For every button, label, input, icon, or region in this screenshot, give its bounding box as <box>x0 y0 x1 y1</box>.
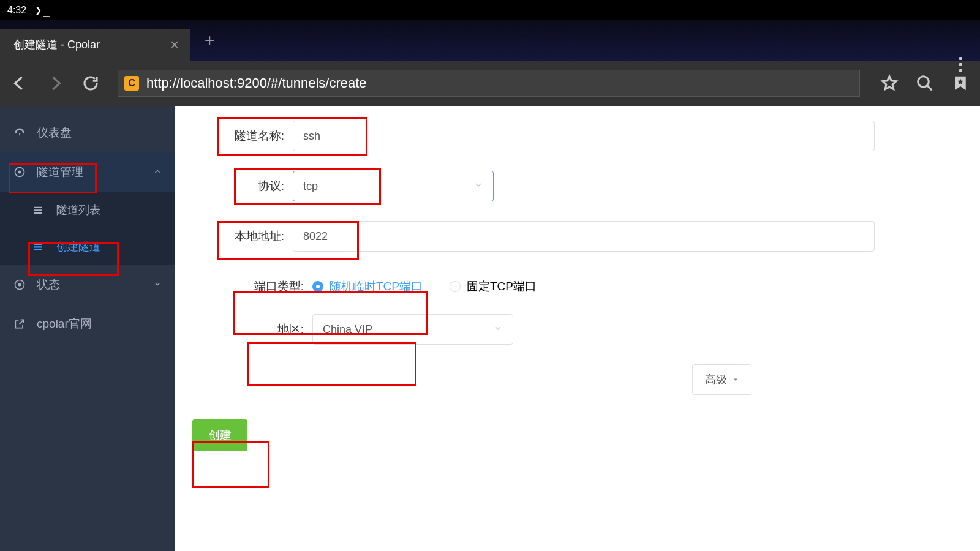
region-select[interactable]: China VIP <box>312 314 513 345</box>
radio-icon <box>312 281 323 292</box>
caret-down-icon <box>732 376 739 383</box>
protocol-label: 协议: <box>192 178 293 194</box>
sidebar-item-label: 仪表盘 <box>37 125 162 141</box>
browser-toolbar: C http://localhost:9200/#/tunnels/create <box>0 61 980 106</box>
list-icon <box>32 204 44 216</box>
chevron-down-icon <box>493 323 503 336</box>
radio-random-port[interactable]: 随机临时TCP端口 <box>312 279 423 294</box>
external-link-icon <box>13 318 26 330</box>
browser-tab-strip: 创建隧道 - Cpolar × + <box>0 20 980 61</box>
create-button[interactable]: 创建 <box>192 419 247 451</box>
site-favicon: C <box>124 76 139 91</box>
star-icon[interactable] <box>878 72 900 94</box>
row-local-addr: 本地地址: <box>192 221 963 252</box>
close-icon[interactable]: × <box>170 36 179 53</box>
svg-rect-4 <box>34 209 42 211</box>
svg-point-10 <box>18 283 21 287</box>
row-tunnel-name: 隧道名称: <box>192 121 963 151</box>
radio-label: 随机临时TCP端口 <box>330 279 423 294</box>
sidebar-item-official-site[interactable]: cpolar官网 <box>0 304 175 343</box>
sidebar-item-dashboard[interactable]: 仪表盘 <box>0 113 175 152</box>
sidebar-item-status[interactable]: 状态 <box>0 265 175 304</box>
terminal-prompt-icon: ❯_ <box>35 4 51 17</box>
target-icon <box>13 279 26 291</box>
sidebar-item-create-tunnel[interactable]: 创建隧道 <box>0 228 175 265</box>
row-advanced: 高级 <box>692 364 963 395</box>
svg-rect-6 <box>34 244 42 245</box>
forward-button <box>44 72 66 94</box>
new-tab-button[interactable]: + <box>190 31 229 50</box>
chevron-up-icon <box>153 165 162 179</box>
sidebar-item-label: 状态 <box>37 277 162 293</box>
svg-point-0 <box>918 77 929 88</box>
sidebar-item-tunnel-list[interactable]: 隧道列表 <box>0 192 175 228</box>
svg-point-2 <box>18 171 21 174</box>
protocol-select[interactable]: tcp <box>293 171 494 201</box>
app-container: 仪表盘 隧道管理 隧道列表 创建隧道 <box>0 106 980 551</box>
region-label: 地区: <box>192 321 312 337</box>
target-icon <box>13 166 26 178</box>
sidebar: 仪表盘 隧道管理 隧道列表 创建隧道 <box>0 106 175 551</box>
port-type-radio-group: 随机临时TCP端口 固定TCP端口 <box>312 279 537 294</box>
region-value: China VIP <box>323 323 372 336</box>
main-content: 隧道名称: 协议: tcp 本地地址: 端口类型: 随机临时TCP端口 <box>175 106 980 551</box>
browser-tab[interactable]: 创建隧道 - Cpolar × <box>0 29 190 61</box>
svg-rect-5 <box>34 212 42 214</box>
chevron-down-icon <box>153 278 162 291</box>
tunnel-name-input[interactable] <box>293 121 875 151</box>
back-button[interactable] <box>9 72 31 94</box>
advanced-button[interactable]: 高级 <box>692 364 752 395</box>
browser-menu-button[interactable] <box>952 57 969 72</box>
local-addr-input[interactable] <box>293 221 875 252</box>
protocol-value: tcp <box>303 180 318 193</box>
sidebar-item-label: 隧道列表 <box>56 203 100 217</box>
row-region: 地区: China VIP <box>192 314 963 345</box>
bookmark-icon[interactable] <box>949 72 971 94</box>
svg-rect-3 <box>34 207 42 208</box>
address-bar[interactable]: C http://localhost:9200/#/tunnels/create <box>118 70 860 97</box>
sidebar-item-label: cpolar官网 <box>37 316 162 332</box>
status-time: 4:32 <box>7 5 26 16</box>
grid-icon <box>32 241 44 253</box>
local-addr-label: 本地地址: <box>192 228 293 244</box>
advanced-label: 高级 <box>705 372 727 387</box>
radio-label: 固定TCP端口 <box>467 279 537 294</box>
reload-button[interactable] <box>80 72 102 94</box>
search-icon[interactable] <box>914 72 936 94</box>
row-protocol: 协议: tcp <box>192 171 963 201</box>
sidebar-item-label: 创建隧道 <box>56 239 100 254</box>
chevron-down-icon <box>473 180 483 193</box>
tab-title: 创建隧道 - Cpolar <box>13 37 100 52</box>
port-type-label: 端口类型: <box>192 279 312 294</box>
radio-icon <box>450 281 461 292</box>
svg-rect-7 <box>34 246 42 247</box>
sidebar-item-tunnel-mgmt[interactable]: 隧道管理 <box>0 152 175 192</box>
svg-rect-8 <box>34 249 42 250</box>
url-text: http://localhost:9200/#/tunnels/create <box>146 75 367 91</box>
dashboard-icon <box>13 127 26 139</box>
row-submit: 创建 <box>192 419 963 451</box>
radio-fixed-port[interactable]: 固定TCP端口 <box>450 279 537 294</box>
row-port-type: 端口类型: 随机临时TCP端口 固定TCP端口 <box>192 279 963 294</box>
device-status-bar: 4:32 ❯_ <box>0 0 980 20</box>
tunnel-name-label: 隧道名称: <box>192 128 293 144</box>
sidebar-item-label: 隧道管理 <box>37 164 162 180</box>
